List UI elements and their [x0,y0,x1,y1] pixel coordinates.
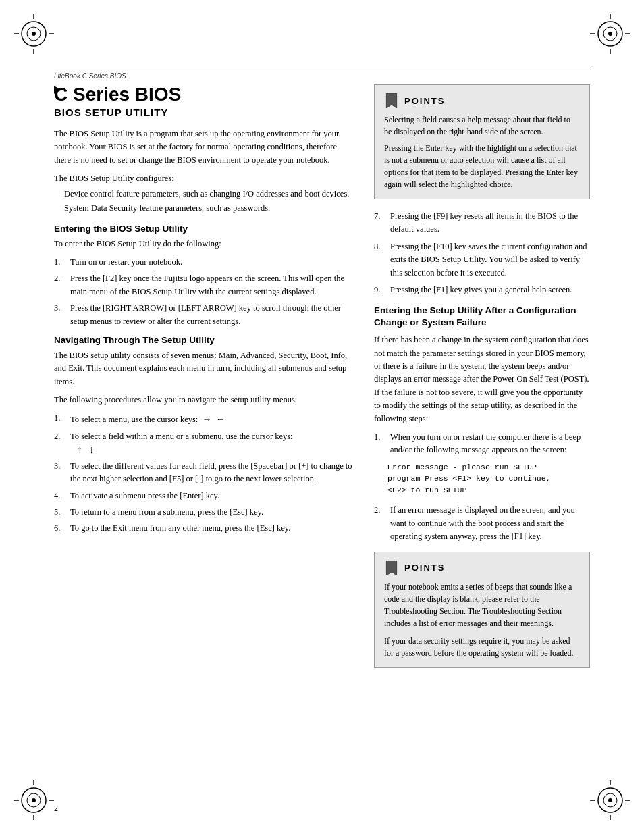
points-text-2-1: If your data security settings require i… [384,635,580,659]
corner-decoration-tr [590,14,630,54]
configures-items: Device control feature parameters, such … [64,188,354,215]
section2-para1: The BIOS setup utility consists of seven… [54,349,354,388]
section2-para2: The following procedures allow you to na… [54,394,354,407]
section2-step-4: 4. To activate a submenu press the [Ente… [54,490,354,502]
points-box-1: POINTS Selecting a field causes a help m… [374,84,590,199]
section3-step-2: 2. If an error message is displayed on t… [374,504,590,543]
bookmark-icon [384,93,399,108]
section2-step-5: 5. To return to a menu from a submenu, p… [54,506,354,519]
section2-steps: 1. To select a menu, use the cursor keys… [54,412,354,535]
right-column: POINTS Selecting a field causes a help m… [374,84,590,679]
section1-steps: 1. Turn on or restart your notebook. 2. … [54,256,354,328]
left-column: C Series BIOS BIOS SETUP UTILITY The BIO… [54,84,354,679]
points-text-2-0: If your notebook emits a series of beeps… [384,581,580,629]
section1-intro: To enter the BIOS Setup Utility do the f… [54,238,354,251]
section1-step-1: 1. Turn on or restart your notebook. [54,256,354,269]
down-arrow-icon: ↓ [88,444,94,456]
section3-heading: Entering the Setup Utility After a Confi… [374,305,590,328]
section1-step-3: 3. Press the [RIGHT ARROW] or [LEFT ARRO… [54,302,354,328]
svg-point-20 [32,798,36,802]
configures-item-1: Device control feature parameters, such … [64,188,354,201]
points-header-1: POINTS [384,93,580,108]
section2-heading: Navigating Through The Setup Utility [54,335,354,345]
section3-para: If there has been a change in the system… [374,334,590,425]
section2-step-6: 6. To go to the Exit menu from any other… [54,522,354,535]
svg-point-27 [608,798,612,802]
step-8: 8. Pressing the [F10] key saves the curr… [374,240,590,280]
svg-point-6 [32,32,36,36]
intro-text: The BIOS Setup Utility is a program that… [54,128,354,167]
continued-steps: 7. Pressing the [F9] key resets all item… [374,210,590,296]
bookmark-icon-2 [384,561,399,575]
page-title: C Series BIOS [54,84,354,105]
page-number: 2 [54,804,58,814]
configures-item-2: System Data Security feature parameters,… [64,202,354,215]
configures-label: The BIOS Setup Utility configures: [54,174,354,184]
corner-decoration-bl [14,780,54,820]
section2-step-2: 2. To select a field within a menu or a … [54,430,354,457]
section3-steps: 1. When you turn on or restart the compu… [374,431,590,544]
error-code-block: Error message - please run SETUP program… [387,461,590,496]
section2-step-3: 3. To select the different values for ea… [54,460,354,486]
svg-point-13 [608,32,612,36]
step-9: 9. Pressing the [F1] key gives you a gen… [374,284,590,296]
right-arrow-icon: → [203,414,212,424]
points-label-1: POINTS [404,96,445,106]
points-header-2: POINTS [384,561,580,575]
step-7: 7. Pressing the [F9] key resets all item… [374,210,590,236]
points-box-2: POINTS If your notebook emits a series o… [374,552,590,668]
page-subtitle: BIOS SETUP UTILITY [54,107,354,118]
points-text-1-0: Selecting a field causes a help message … [384,113,580,138]
section3-step-1: 1. When you turn on or restart the compu… [374,431,590,500]
left-arrow-icon: ← [216,414,225,424]
corner-decoration-br [590,780,630,820]
section2-step-1: 1. To select a menu, use the cursor keys… [54,412,354,427]
points-label-2: POINTS [404,563,445,573]
points-text-1-1: Pressing the Enter key with the highligh… [384,142,580,190]
section1-heading: Entering the BIOS Setup Utility [54,224,354,234]
up-arrow-icon: ↑ [77,444,82,456]
header-title: LifeBook C Series BIOS [54,72,126,80]
corner-decoration-tl [14,14,54,54]
section1-step-2: 2. Press the [F2] key once the Fujitsu l… [54,272,354,298]
